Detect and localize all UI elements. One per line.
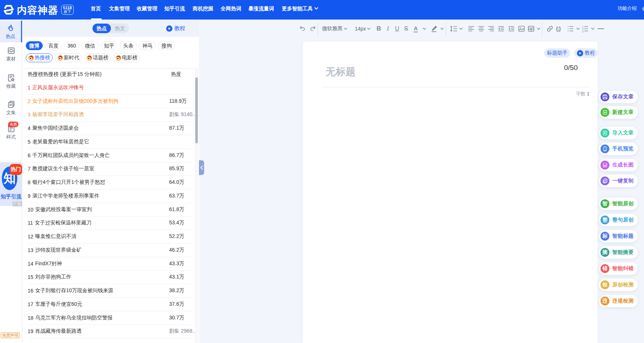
- svg-text:3: 3: [582, 30, 584, 33]
